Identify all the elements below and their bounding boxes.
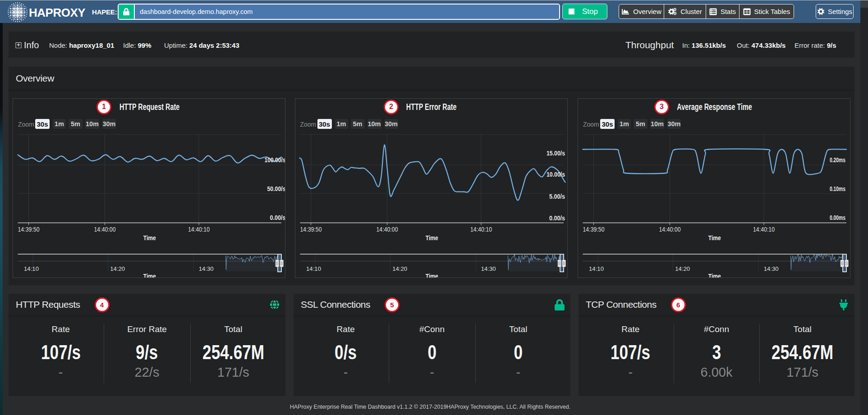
- svg-text:Time: Time: [143, 272, 156, 278]
- svg-text:14:10: 14:10: [306, 265, 321, 272]
- svg-text:14:40:10: 14:40:10: [753, 225, 775, 233]
- svg-text:14:20: 14:20: [110, 265, 125, 272]
- svg-text:50.00/s: 50.00/s: [267, 185, 286, 192]
- svg-text:10.00/s: 10.00/s: [547, 171, 565, 178]
- svg-text:14:20: 14:20: [675, 265, 690, 272]
- svg-text:14:10: 14:10: [589, 265, 604, 272]
- svg-text:5.00/s: 5.00/s: [549, 193, 565, 200]
- svg-text:Time: Time: [143, 233, 156, 241]
- svg-text:100.00/s: 100.00/s: [265, 156, 286, 163]
- svg-text:0.20ms: 0.20ms: [830, 156, 845, 163]
- svg-text:14:40:00: 14:40:00: [659, 225, 681, 233]
- svg-text:0.10ms: 0.10ms: [830, 185, 845, 192]
- svg-text:15.00/s: 15.00/s: [547, 149, 565, 156]
- svg-text:14:20: 14:20: [392, 265, 407, 272]
- svg-text:Time: Time: [708, 233, 721, 241]
- svg-text:14:40:00: 14:40:00: [376, 225, 398, 233]
- svg-text:14:40:10: 14:40:10: [470, 225, 492, 233]
- svg-text:0.00/s: 0.00/s: [549, 214, 565, 222]
- svg-text:14:30: 14:30: [764, 265, 779, 272]
- svg-text:14:30: 14:30: [481, 265, 496, 272]
- svg-text:14:10: 14:10: [24, 265, 39, 272]
- svg-text:14:39:50: 14:39:50: [18, 225, 40, 233]
- svg-text:14:40:10: 14:40:10: [188, 225, 210, 233]
- svg-text:Time: Time: [708, 272, 721, 278]
- svg-text:0.00/s: 0.00/s: [270, 214, 286, 221]
- svg-text:14:39:50: 14:39:50: [300, 225, 321, 233]
- svg-text:0.00ms: 0.00ms: [830, 214, 845, 221]
- svg-text:14:39:50: 14:39:50: [583, 225, 605, 233]
- svg-text:14:30: 14:30: [199, 265, 214, 272]
- svg-text:Time: Time: [425, 272, 438, 278]
- svg-text:14:40:00: 14:40:00: [94, 225, 116, 233]
- svg-text:Time: Time: [425, 233, 438, 241]
